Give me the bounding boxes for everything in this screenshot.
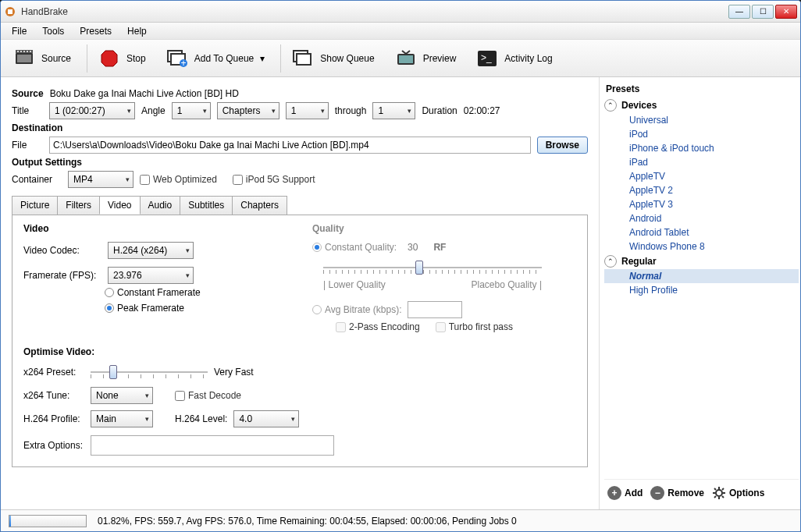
stop-button[interactable]: Stop [91,44,154,73]
svg-point-23 [716,490,722,496]
source-button[interactable]: Source [5,44,79,73]
file-path-input[interactable] [49,137,531,154]
chevron-up-icon: ⌃ [604,255,617,268]
svg-text:+: + [180,58,186,68]
svg-marker-10 [101,51,117,66]
chapter-from-select[interactable]: 1 [286,102,329,119]
fps-select[interactable]: 23.976 [108,267,194,284]
extra-options-input[interactable] [91,435,334,456]
ipod-support-checkbox[interactable]: iPod 5G Support [233,174,315,185]
queue-icon [292,48,314,69]
tab-video[interactable]: Video [99,196,140,215]
menu-help[interactable]: Help [121,24,153,38]
add-queue-button[interactable]: + Add To Queue ▾ [158,44,273,73]
preset-group-devices[interactable]: ⌃ Devices [604,98,799,113]
close-button[interactable]: ✕ [775,5,797,19]
x264-preset-value: Very Fast [214,367,254,378]
show-queue-label: Show Queue [320,53,374,64]
presets-header: Presets [604,80,799,98]
terminal-icon: >_ [476,48,498,69]
h264-profile-select[interactable]: Main [91,410,153,427]
preset-android[interactable]: Android [604,211,799,225]
tab-filters[interactable]: Filters [57,196,100,215]
svg-rect-3 [17,55,31,62]
preset-add-button[interactable]: +Add [607,486,643,500]
x264-tune-select[interactable]: None [91,387,153,404]
through-label: through [335,105,367,116]
menu-tools[interactable]: Tools [36,24,70,38]
menu-presets[interactable]: Presets [73,24,118,38]
svg-rect-1 [8,9,12,14]
app-icon [4,5,16,18]
x264-preset-slider[interactable] [91,364,208,381]
angle-select[interactable]: 1 [172,102,211,119]
preset-appletv2[interactable]: AppleTV 2 [604,183,799,197]
preset-normal[interactable]: Normal [604,269,799,283]
svg-point-5 [17,51,19,52]
activity-log-button[interactable]: >_ Activity Log [468,44,560,73]
preset-android-tablet[interactable]: Android Tablet [604,225,799,239]
browse-button[interactable]: Browse [537,137,588,154]
svg-point-6 [20,51,22,52]
cq-radio[interactable]: Constant Quality: [312,242,397,253]
menu-bar: File Tools Presets Help [1,23,800,40]
range-type-select[interactable]: Chapters [217,102,279,119]
chapter-to-select[interactable]: 1 [372,102,415,119]
tab-audio[interactable]: Audio [140,196,181,215]
preset-remove-button[interactable]: −Remove [650,486,704,500]
maximize-button[interactable]: ☐ [752,5,774,19]
source-value: Boku Dake ga Inai Machi Live Action [BD]… [50,88,239,99]
status-bar: 01.82%, FPS: 559.7, Avg FPS: 576.0, Time… [1,509,800,531]
source-label: Source [12,88,44,99]
h264-level-select[interactable]: 4.0 [233,410,299,427]
show-queue-button[interactable]: Show Queue [284,44,382,73]
status-text: 01.82%, FPS: 559.7, Avg FPS: 576.0, Time… [98,516,517,527]
svg-line-20 [406,51,410,54]
angle-label: Angle [141,105,166,116]
video-header: Video [23,223,281,234]
source-label: Source [41,53,71,64]
codec-select[interactable]: H.264 (x264) [108,242,194,259]
optimise-header: Optimise Video: [23,346,576,357]
title-label: Title [12,105,43,116]
preset-appletv[interactable]: AppleTV [604,169,799,183]
two-pass-checkbox: 2-Pass Encoding [336,321,420,332]
preset-group-regular[interactable]: ⌃ Regular [604,254,799,269]
tab-chapters[interactable]: Chapters [232,196,287,215]
preset-wp8[interactable]: Windows Phone 8 [604,239,799,254]
h264-profile-label: H.264 Profile: [23,413,84,424]
pfr-radio[interactable]: Peak Framerate [105,303,184,314]
preset-universal[interactable]: Universal [604,113,799,127]
svg-line-29 [722,496,724,498]
container-select[interactable]: MP4 [68,171,134,188]
window-title: HandBrake [21,6,728,17]
destination-label: Destination [12,122,588,133]
fast-decode-checkbox[interactable]: Fast Decode [175,390,241,401]
dropdown-icon: ▾ [260,53,265,64]
activity-label: Activity Log [504,53,552,64]
preset-options-button[interactable]: Options [712,486,764,500]
title-select[interactable]: 1 (02:00:27) [49,102,135,119]
svg-point-9 [30,51,31,52]
preset-iphone[interactable]: iPhone & iPod touch [604,141,799,155]
plus-icon: + [607,486,621,500]
menu-file[interactable]: File [5,24,33,38]
web-optimized-checkbox[interactable]: Web Optimized [140,174,217,185]
chevron-up-icon: ⌃ [604,99,617,112]
preset-ipad[interactable]: iPad [604,155,799,169]
quality-header: Quality [312,223,576,234]
h264-level-label: H.264 Level: [175,413,227,424]
quality-slider[interactable] [323,259,542,276]
cfr-radio[interactable]: Constant Framerate [105,287,201,298]
preset-appletv3[interactable]: AppleTV 3 [604,197,799,211]
preview-button[interactable]: Preview [387,44,465,73]
preset-ipod[interactable]: iPod [604,127,799,141]
minimize-button[interactable]: — [728,5,750,19]
tab-subtitles[interactable]: Subtitles [180,196,233,215]
svg-rect-16 [297,54,311,65]
preset-high-profile[interactable]: High Profile [604,283,799,297]
avg-bitrate-radio[interactable]: Avg Bitrate (kbps): [312,304,401,315]
codec-label: Video Codec: [23,245,101,256]
svg-rect-18 [399,55,413,63]
tab-picture[interactable]: Picture [12,196,58,215]
